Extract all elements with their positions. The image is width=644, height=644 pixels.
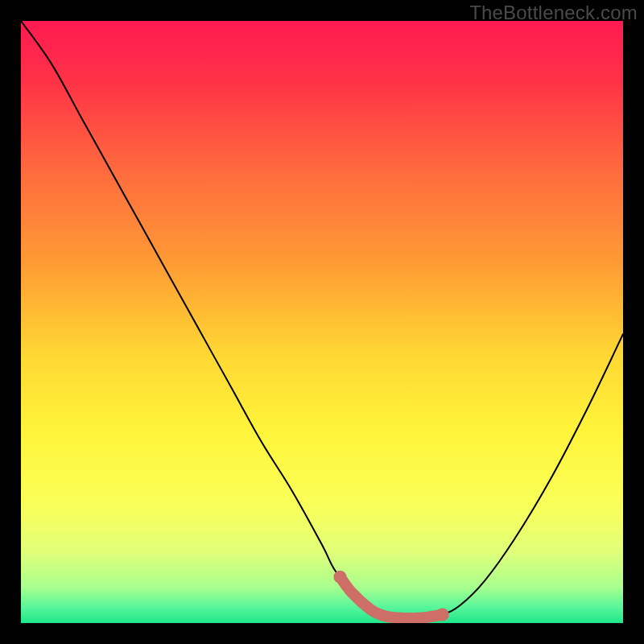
watermark-text: TheBottleneck.com	[469, 2, 638, 24]
plot-area	[21, 21, 623, 623]
gradient-background	[21, 21, 623, 623]
chart-frame: TheBottleneck.com	[0, 0, 644, 644]
chart-svg	[21, 21, 623, 623]
highlight-end-dot	[436, 609, 449, 621]
highlight-start-dot	[333, 571, 346, 584]
